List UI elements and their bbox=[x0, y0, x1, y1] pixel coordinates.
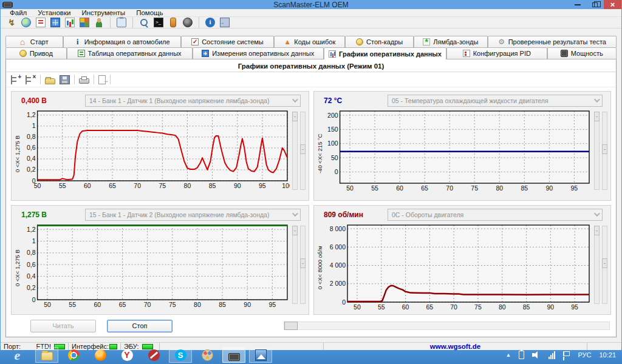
gauge-icon[interactable] bbox=[183, 18, 193, 27]
scale-slider-track[interactable] bbox=[602, 112, 607, 190]
battery-icon[interactable] bbox=[519, 351, 524, 359]
tab-live-data-table[interactable]: Таблица оперативных данных bbox=[67, 47, 193, 59]
palette-taskbar-button[interactable] bbox=[196, 347, 219, 363]
horizontal-scrollbar[interactable] bbox=[284, 322, 610, 330]
slider-thumb[interactable] bbox=[602, 258, 607, 268]
terminal-icon[interactable]: >_ bbox=[154, 18, 163, 27]
pid-select[interactable]: 05 - Температура охлаждающей жидкости дв… bbox=[388, 95, 603, 107]
read-button[interactable]: Читать bbox=[30, 320, 96, 332]
network-signal-icon[interactable] bbox=[549, 351, 555, 359]
toolbar-separator bbox=[132, 17, 133, 28]
remove-channel-icon[interactable]: × bbox=[26, 75, 36, 84]
network-app-taskbar-button[interactable] bbox=[142, 347, 165, 363]
add-channel-icon[interactable]: + bbox=[11, 75, 21, 84]
tab-actuators[interactable]: Привод bbox=[5, 47, 67, 59]
tab-error-codes[interactable]: ▲Коды ошибок bbox=[274, 36, 345, 47]
tab-vehicle-info[interactable]: iИнформация о автомобиле bbox=[63, 36, 181, 47]
tray-expand-icon[interactable]: ▲ bbox=[506, 352, 511, 358]
slider-thumb[interactable] bbox=[594, 112, 600, 121]
scanmaster-taskbar-button[interactable] bbox=[222, 347, 245, 363]
tab-strip: ⌂Старт iИнформация о автомобиле ✓Состоян… bbox=[1, 29, 621, 59]
svg-text:0: 0 bbox=[335, 168, 338, 175]
svg-text:6 000: 6 000 bbox=[330, 243, 346, 251]
scrollbar-thumb[interactable] bbox=[284, 322, 298, 330]
scale-slider-track[interactable] bbox=[594, 226, 600, 304]
yandex-taskbar-button[interactable]: Y bbox=[115, 347, 138, 363]
user-icon[interactable] bbox=[94, 18, 104, 27]
open-icon[interactable] bbox=[45, 78, 55, 84]
scale-slider-track[interactable] bbox=[602, 226, 607, 304]
tab-pid-config[interactable]: Конфигурация PID bbox=[446, 47, 547, 59]
export-icon[interactable] bbox=[98, 75, 106, 84]
clock[interactable]: 10:21 bbox=[599, 351, 616, 359]
firefox-taskbar-button[interactable] bbox=[89, 347, 112, 363]
pid-select[interactable]: 15 - Банк 1 - Датчик 2 (Выходное напряже… bbox=[85, 209, 301, 221]
tab-freeze-frames[interactable]: Стоп-кадры bbox=[345, 36, 414, 47]
skype-taskbar-button[interactable]: S bbox=[169, 347, 192, 363]
language-indicator[interactable]: РУС bbox=[578, 351, 591, 359]
pid-select[interactable]: 0C - Обороты двигателя bbox=[388, 209, 603, 221]
web-icon[interactable] bbox=[21, 18, 31, 27]
svg-text:50: 50 bbox=[354, 303, 361, 311]
search-icon[interactable] bbox=[139, 18, 149, 27]
action-center-flag-icon[interactable] bbox=[563, 351, 570, 356]
tab-test-results[interactable]: ⚙Проверенные результаты теста bbox=[488, 36, 617, 47]
svg-text:80: 80 bbox=[184, 182, 191, 189]
slider-thumb[interactable] bbox=[602, 144, 607, 154]
svg-text:100: 100 bbox=[327, 140, 338, 147]
window-icon[interactable] bbox=[80, 18, 89, 27]
print-icon[interactable] bbox=[79, 78, 89, 84]
stop-button[interactable]: Стоп bbox=[107, 320, 173, 332]
svg-text:0,4: 0,4 bbox=[27, 155, 36, 162]
ie-taskbar-button[interactable]: e bbox=[9, 347, 32, 363]
svg-text:65: 65 bbox=[109, 182, 116, 189]
svg-text:85: 85 bbox=[521, 184, 528, 192]
tab-lambda-sensors[interactable]: *Лямбда-зонды bbox=[414, 36, 488, 47]
chart-header: 0,400 В 14 - Банк 1 - Датчик 1 (Выходное… bbox=[13, 93, 307, 108]
tab-live-data-graphs[interactable]: Графики оперативных данных bbox=[324, 47, 446, 59]
svg-text:65: 65 bbox=[426, 303, 433, 311]
slider-thumb[interactable] bbox=[292, 226, 298, 235]
scale-slider-track[interactable] bbox=[292, 112, 298, 190]
vehicle-doc-icon[interactable] bbox=[36, 18, 46, 27]
menu-settings[interactable]: Установки bbox=[32, 9, 76, 16]
scale-slider-track[interactable] bbox=[300, 112, 306, 190]
main-toolbar: ↯ >_ i bbox=[1, 17, 621, 29]
svg-text:0,8: 0,8 bbox=[27, 133, 36, 140]
battery-icon[interactable] bbox=[170, 18, 176, 27]
save-icon[interactable] bbox=[60, 75, 70, 84]
toolbar-separator bbox=[74, 75, 75, 84]
speaker-icon[interactable] bbox=[532, 351, 541, 359]
chrome-taskbar-button[interactable] bbox=[62, 347, 85, 363]
tab-power[interactable]: Мощность bbox=[547, 47, 617, 59]
website-link[interactable]: www.wgsoft.de bbox=[430, 343, 480, 350]
explorer-taskbar-button[interactable] bbox=[35, 347, 58, 363]
svg-text:80: 80 bbox=[194, 301, 201, 308]
connect-icon[interactable]: ↯ bbox=[7, 18, 16, 27]
scale-slider-track[interactable] bbox=[300, 226, 306, 304]
clipboard-icon[interactable] bbox=[117, 18, 126, 27]
pid-select[interactable]: 14 - Банк 1 - Датчик 1 (Выходное напряже… bbox=[85, 95, 301, 107]
y-axis-range-label: 0 <X< 1,275 В bbox=[13, 222, 21, 314]
skype-icon: S bbox=[175, 349, 186, 361]
menu-tools[interactable]: Инструменты bbox=[76, 9, 131, 16]
exit-icon[interactable] bbox=[220, 18, 230, 27]
slider-thumb[interactable] bbox=[300, 144, 306, 154]
svg-text:2 000: 2 000 bbox=[330, 280, 346, 287]
menu-file[interactable]: Файл bbox=[4, 9, 32, 16]
scale-slider-track[interactable] bbox=[594, 112, 600, 190]
tab-start[interactable]: ⌂Старт bbox=[5, 36, 63, 47]
home-icon: ⌂ bbox=[20, 38, 27, 46]
graph-icon[interactable] bbox=[65, 18, 75, 27]
svg-text:65: 65 bbox=[421, 184, 428, 192]
slider-thumb[interactable] bbox=[594, 226, 600, 235]
photos-taskbar-button[interactable] bbox=[249, 347, 272, 363]
info-icon[interactable]: i bbox=[205, 18, 215, 27]
menu-help[interactable]: Помощь bbox=[131, 9, 168, 16]
scale-slider-track[interactable] bbox=[292, 226, 298, 304]
table-icon[interactable] bbox=[50, 18, 60, 27]
tab-live-data-meters[interactable]: Измерения оперативных данных bbox=[193, 47, 324, 59]
tab-system-status[interactable]: ✓Состояние системы bbox=[181, 36, 274, 47]
slider-thumb[interactable] bbox=[292, 112, 298, 121]
slider-thumb[interactable] bbox=[300, 258, 306, 268]
